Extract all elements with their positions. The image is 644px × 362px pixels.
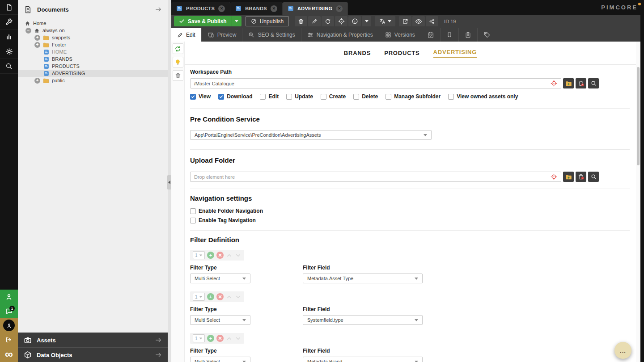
settings-nav-icon[interactable] [0, 44, 18, 59]
perm-edit[interactable]: Edit [260, 93, 279, 100]
info-button[interactable] [348, 16, 361, 26]
reports-nav-icon[interactable] [0, 29, 18, 44]
logout-icon[interactable] [0, 333, 18, 347]
subtab-properties[interactable] [459, 28, 478, 42]
move-down-icon[interactable] [235, 294, 242, 300]
clear-button[interactable] [173, 70, 183, 81]
move-down-icon[interactable] [235, 252, 242, 259]
more-actions-caret[interactable] [362, 16, 371, 26]
open-in-new-button[interactable] [399, 16, 411, 26]
nav-link-products[interactable]: PRODUCTS [384, 50, 419, 56]
nav-link-advertising[interactable]: ADVERTISING [433, 49, 477, 58]
search-element-button[interactable] [588, 78, 599, 88]
close-icon[interactable]: ✕ [336, 5, 343, 12]
filter-type-select[interactable]: Multi Select [190, 274, 250, 283]
search-nav-icon[interactable] [0, 59, 18, 74]
reload-button[interactable] [322, 16, 334, 26]
workspace-path-input[interactable]: /Master Catalogue [190, 78, 561, 88]
preview-eye-button[interactable] [412, 16, 425, 26]
arrow-right-icon[interactable] [155, 351, 162, 358]
documents-panel-header[interactable]: Documents [18, 0, 168, 19]
select-folder-button[interactable] [563, 172, 574, 182]
upload-folder-input[interactable]: Drop element here [190, 172, 561, 182]
subtab-seo-settings[interactable]: SEO & Settings [242, 28, 301, 42]
tree-item-public[interactable]: + public [18, 77, 168, 84]
subtab-tags[interactable] [478, 28, 496, 42]
assets-panel-header[interactable]: Assets [18, 333, 168, 347]
add-filter-icon[interactable]: + [207, 293, 214, 300]
tree-item-brands[interactable]: BRANDS [18, 55, 168, 63]
more-options-fab[interactable]: ... [614, 342, 631, 359]
select-folder-button[interactable] [563, 78, 574, 88]
enable-tag-navigation[interactable]: Enable Tag Navigation [190, 217, 630, 223]
tree-item-footer[interactable]: + Footer [18, 41, 168, 48]
move-up-icon[interactable] [226, 252, 233, 259]
perm-download[interactable]: Download [218, 93, 252, 100]
filter-index-select[interactable]: 1 [193, 334, 205, 342]
account-icon[interactable] [0, 318, 18, 333]
arrow-right-icon[interactable] [155, 6, 162, 13]
move-up-icon[interactable] [226, 335, 233, 342]
filter-field-select[interactable]: Metadata.Asset Type [303, 274, 423, 283]
filter-field-select[interactable]: Systemfield.type [303, 315, 423, 325]
expand-icon[interactable]: + [34, 42, 40, 48]
locate-target-icon[interactable] [551, 173, 557, 180]
subtab-preview[interactable]: Preview [202, 28, 243, 42]
collapse-icon[interactable]: − [25, 28, 31, 34]
search-element-button[interactable] [588, 172, 599, 182]
close-icon[interactable]: ✕ [271, 5, 277, 12]
tree-item-home[interactable]: Home [18, 20, 168, 27]
locate-in-tree-button[interactable] [335, 16, 347, 26]
perm-view-owned[interactable]: View owned assets only [448, 93, 518, 100]
rename-button[interactable] [308, 16, 321, 26]
nav-link-brands[interactable]: BRANDS [344, 50, 371, 56]
perm-update[interactable]: Update [286, 93, 313, 100]
remove-filter-icon[interactable]: ✕ [216, 335, 224, 342]
perm-view[interactable]: View [190, 93, 211, 100]
tab-products[interactable]: PRODUCTS ✕ [171, 2, 230, 15]
tree-item-snippets[interactable]: + snippets [18, 34, 168, 41]
remove-filter-icon[interactable]: ✕ [216, 293, 224, 300]
filter-type-select[interactable]: Multi Select [190, 357, 250, 362]
tools-nav-icon[interactable] [0, 15, 18, 29]
tree-item-home-page[interactable]: HOME [18, 48, 168, 55]
tree-item-always-on[interactable]: − always-on [18, 27, 168, 34]
perm-create[interactable]: Create [321, 93, 346, 100]
subtab-edit[interactable]: Edit [171, 28, 202, 42]
save-options-caret[interactable] [232, 16, 242, 26]
delete-button[interactable] [295, 16, 307, 26]
data-objects-panel-header[interactable]: Data Objects [18, 347, 168, 362]
tree-item-products[interactable]: PRODUCTS [18, 63, 168, 70]
subtab-notes[interactable] [441, 28, 459, 42]
add-filter-icon[interactable]: + [207, 252, 214, 259]
filter-field-select[interactable]: Metadata.Brand [303, 357, 423, 362]
documents-nav-icon[interactable] [0, 0, 18, 15]
expand-icon[interactable]: + [34, 78, 40, 84]
move-up-icon[interactable] [226, 294, 233, 300]
close-icon[interactable]: ✕ [218, 5, 225, 12]
tab-brands[interactable]: BRANDS ✕ [230, 2, 283, 15]
collapse-panel-handle[interactable] [167, 175, 171, 189]
remove-filter-icon[interactable]: ✕ [216, 252, 224, 259]
subtab-schedule[interactable] [421, 28, 441, 42]
tree-item-advertising[interactable]: ADVERTISING [18, 70, 168, 77]
subtab-versions[interactable]: Versions [379, 28, 421, 42]
share-button[interactable] [426, 16, 438, 26]
unpublish-button[interactable]: Unpublish [246, 16, 289, 26]
chat-icon[interactable]: 1 [0, 304, 18, 318]
translate-button[interactable] [375, 16, 395, 26]
add-filter-icon[interactable]: + [207, 335, 214, 342]
perm-delete[interactable]: Delete [353, 93, 378, 100]
move-down-icon[interactable] [235, 335, 242, 342]
remove-reference-button[interactable] [576, 78, 586, 88]
remove-reference-button[interactable] [576, 172, 586, 182]
filter-index-select[interactable]: 1 [193, 293, 205, 301]
enable-folder-navigation[interactable]: Enable Folder Navigation [190, 208, 630, 214]
arrow-right-icon[interactable] [155, 337, 162, 344]
perm-manage-subfolder[interactable]: Manage Subfolder [386, 93, 441, 100]
reload-preview-button[interactable] [173, 43, 183, 54]
expand-icon[interactable]: + [34, 35, 40, 41]
filter-type-select[interactable]: Multi Select [190, 315, 250, 325]
tab-advertising[interactable]: ADVERTISING ✕ [283, 2, 348, 15]
subtab-navigation-properties[interactable]: Navigation & Properties [301, 28, 379, 42]
